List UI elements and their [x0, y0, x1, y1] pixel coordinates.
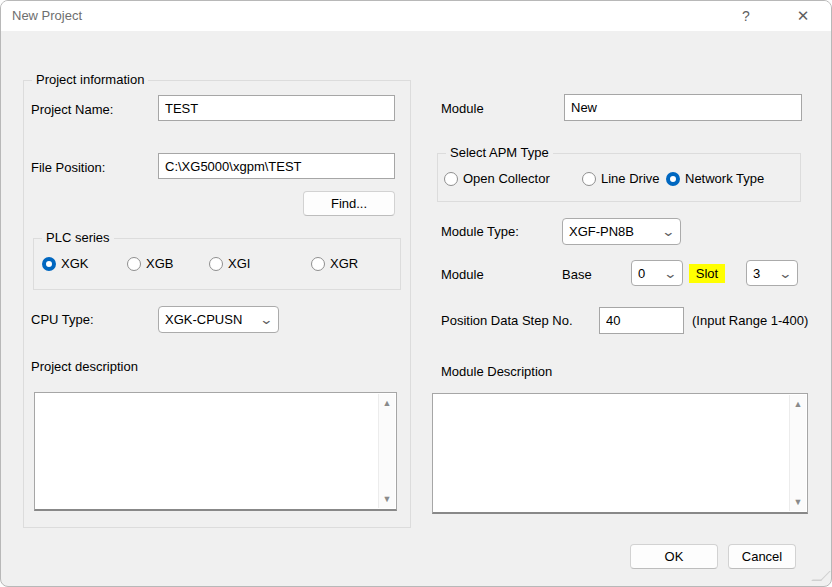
radio-label: Line Drive	[601, 171, 660, 186]
apm-option-line-drive[interactable]: Line Drive	[582, 171, 660, 186]
plc-series-option-xgr[interactable]: XGR	[311, 256, 358, 271]
apm-option-network-type[interactable]: Network Type	[666, 171, 764, 186]
position-data-step-label: Position Data Step No.	[441, 313, 573, 328]
file-position-input[interactable]	[158, 153, 395, 179]
radio-label: XGR	[330, 256, 358, 271]
project-description-label: Project description	[31, 359, 138, 374]
find-button-label: Find...	[331, 196, 367, 211]
cpu-type-select[interactable]: XGK-CPUSN ⌄	[158, 306, 279, 333]
module-description-textarea[interactable]: ▲ ▼	[432, 393, 808, 514]
cancel-button-label: Cancel	[742, 549, 782, 564]
apm-type-group-label: Select APM Type	[446, 145, 553, 160]
base-value: 0	[638, 266, 661, 281]
module-description-label: Module Description	[441, 364, 552, 379]
radio-label: Open Collector	[463, 171, 550, 186]
project-name-input[interactable]	[158, 95, 395, 121]
ok-button[interactable]: OK	[630, 544, 718, 569]
cpu-type-label: CPU Type:	[31, 312, 94, 327]
chevron-down-icon: ⌄	[661, 225, 675, 238]
scrollbar[interactable]: ▲ ▼	[378, 394, 395, 508]
project-information-group-label: Project information	[32, 72, 148, 87]
resize-grip-icon[interactable]	[811, 571, 831, 581]
ok-button-label: OK	[665, 549, 684, 564]
position-data-step-input[interactable]	[599, 307, 684, 334]
radio-icon	[444, 172, 458, 186]
titlebar: New Project ? ✕	[1, 1, 831, 31]
radio-icon	[311, 257, 325, 271]
module-type-select[interactable]: XGF-PN8B ⌄	[562, 218, 681, 245]
module-type-label: Module Type:	[441, 224, 519, 239]
radio-label: XGB	[146, 256, 173, 271]
project-name-label: Project Name:	[31, 102, 113, 117]
module-base-slot-label: Module	[441, 267, 484, 282]
radio-label: XGI	[228, 256, 250, 271]
dialog-title: New Project	[12, 8, 82, 23]
slot-label: Slot	[696, 266, 718, 281]
radio-icon	[127, 257, 141, 271]
close-icon[interactable]: ✕	[787, 1, 819, 31]
base-select[interactable]: 0 ⌄	[631, 260, 683, 286]
plc-series-group-label: PLC series	[42, 230, 114, 245]
help-icon[interactable]: ?	[730, 1, 762, 31]
find-button[interactable]: Find...	[303, 191, 395, 216]
slot-label-highlighted: Slot	[689, 264, 725, 283]
radio-label: XGK	[61, 256, 88, 271]
apm-option-open-collector[interactable]: Open Collector	[444, 171, 550, 186]
cpu-type-value: XGK-CPUSN	[165, 312, 257, 327]
slot-value: 3	[753, 266, 776, 281]
input-range-label: (Input Range 1-400)	[692, 313, 808, 328]
radio-label: Network Type	[685, 171, 764, 186]
scroll-up-icon[interactable]: ▲	[790, 395, 806, 413]
radio-icon	[209, 257, 223, 271]
chevron-down-icon: ⌄	[259, 313, 273, 326]
plc-series-option-xgb[interactable]: XGB	[127, 256, 173, 271]
module-name-input[interactable]	[564, 94, 802, 121]
scrollbar[interactable]: ▲ ▼	[789, 395, 806, 511]
scroll-down-icon[interactable]: ▼	[790, 493, 806, 511]
radio-icon	[42, 257, 56, 271]
scroll-down-icon[interactable]: ▼	[379, 490, 395, 508]
module-type-value: XGF-PN8B	[569, 224, 659, 239]
chevron-down-icon: ⌄	[778, 267, 792, 280]
radio-icon	[582, 172, 596, 186]
module-label: Module	[441, 101, 484, 116]
plc-series-option-xgk[interactable]: XGK	[42, 256, 88, 271]
base-label: Base	[562, 267, 592, 282]
new-project-dialog: New Project ? ✕ Project information Proj…	[0, 0, 832, 587]
chevron-down-icon: ⌄	[663, 267, 677, 280]
scroll-up-icon[interactable]: ▲	[379, 394, 395, 412]
cancel-button[interactable]: Cancel	[728, 544, 796, 569]
project-description-textarea[interactable]: ▲ ▼	[34, 392, 397, 511]
plc-series-option-xgi[interactable]: XGI	[209, 256, 250, 271]
file-position-label: File Position:	[31, 160, 105, 175]
radio-icon	[666, 172, 680, 186]
slot-select[interactable]: 3 ⌄	[746, 260, 798, 286]
